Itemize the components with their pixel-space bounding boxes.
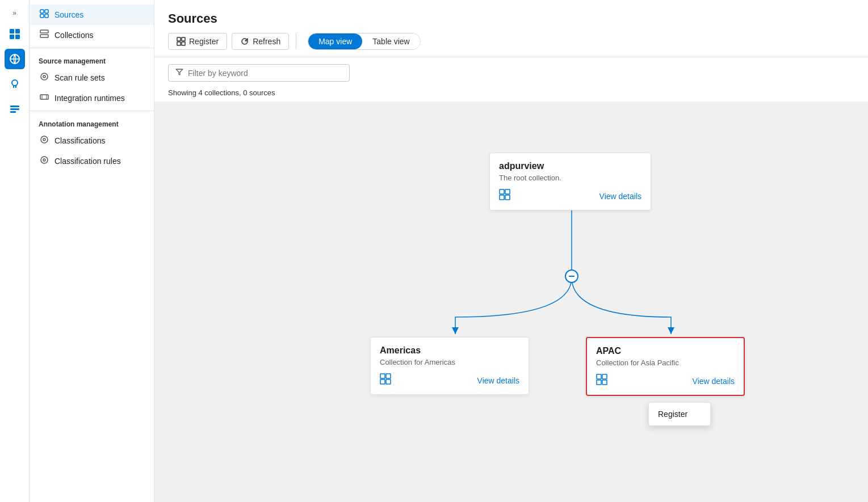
svg-point-16 [43, 75, 45, 78]
refresh-icon [240, 37, 249, 46]
classification-rules-icon [39, 155, 50, 167]
svg-marker-29 [452, 327, 459, 334]
svg-rect-1 [15, 29, 20, 33]
americas-collection-card: Americas Collection for Americas View de… [370, 337, 529, 395]
svg-rect-45 [602, 380, 607, 385]
svg-rect-25 [182, 37, 185, 41]
svg-rect-38 [380, 379, 385, 384]
sidebar-item-integration-runtimes[interactable]: Integration runtimes [30, 88, 154, 108]
register-button[interactable]: Register [168, 33, 227, 50]
map-area[interactable]: adpurview The root collection. View deta… [154, 102, 868, 502]
svg-point-22 [41, 157, 48, 163]
svg-marker-30 [668, 327, 674, 334]
svg-rect-13 [40, 30, 48, 33]
apac-collection-card: APAC Collection for Asia Pacific View de… [586, 337, 745, 396]
svg-point-20 [41, 136, 48, 143]
register-icon [177, 37, 186, 46]
classifications-icon [39, 135, 50, 146]
integration-runtimes-icon [39, 92, 50, 104]
main-content: Sources Register Refresh Map view Table … [154, 0, 868, 502]
root-card-desc: The root collection. [499, 174, 641, 182]
filter-icon [175, 68, 183, 78]
root-card-title: adpurview [499, 161, 641, 171]
svg-rect-34 [505, 195, 510, 200]
root-card-footer: View details [499, 189, 641, 203]
filter-bar [154, 57, 868, 86]
sidebar-item-classification-rules[interactable]: Classification rules [30, 151, 154, 171]
filter-input[interactable] [188, 69, 342, 78]
svg-rect-8 [10, 111, 16, 113]
management-nav-icon[interactable] [5, 99, 25, 119]
svg-rect-14 [40, 35, 48, 37]
sidebar-item-classifications[interactable]: Classifications [30, 130, 154, 151]
svg-point-15 [41, 73, 48, 80]
map-view-button[interactable]: Map view [308, 33, 362, 49]
refresh-button[interactable]: Refresh [232, 33, 289, 50]
svg-rect-10 [45, 10, 48, 13]
insights-nav-icon[interactable] [5, 74, 25, 94]
svg-rect-2 [10, 35, 14, 39]
root-view-details-link[interactable]: View details [599, 192, 641, 201]
svg-rect-3 [15, 35, 20, 39]
svg-rect-36 [380, 374, 385, 378]
americas-card-desc: Collection for Americas [380, 358, 519, 366]
svg-rect-9 [40, 10, 44, 13]
table-view-button[interactable]: Table view [362, 33, 420, 49]
scan-rule-sets-icon [39, 72, 50, 83]
svg-rect-6 [10, 106, 19, 107]
view-toggle: Map view Table view [308, 33, 421, 50]
page-header: Sources Register Refresh Map view Table … [154, 0, 868, 57]
catalog-nav-icon[interactable] [5, 24, 25, 44]
svg-rect-11 [40, 14, 44, 18]
sidebar-divider-2 [30, 111, 154, 111]
svg-rect-43 [602, 374, 607, 379]
collapse-button[interactable] [565, 269, 578, 283]
sidebar-item-scan-rule-sets[interactable]: Scan rule sets [30, 68, 154, 88]
svg-point-21 [43, 138, 45, 141]
sidebar-scan-rule-sets-label: Scan rule sets [54, 73, 105, 82]
americas-view-details-link[interactable]: View details [477, 376, 519, 385]
americas-card-title: Americas [380, 345, 519, 356]
sidebar-sources-label: Sources [54, 10, 83, 19]
apac-view-details-link[interactable]: View details [693, 377, 735, 386]
americas-grid-icon[interactable] [380, 373, 391, 387]
svg-rect-27 [182, 42, 185, 45]
source-management-section: Source management [30, 50, 154, 68]
sidebar-item-sources[interactable]: Sources [30, 5, 154, 25]
sidebar-classifications-label: Classifications [54, 136, 105, 145]
sidebar-classification-rules-label: Classification rules [54, 157, 121, 166]
svg-rect-42 [597, 374, 601, 379]
root-collection-card: adpurview The root collection. View deta… [489, 153, 651, 210]
sidebar: Sources Collections Source management Sc… [30, 0, 154, 502]
showing-text: Showing 4 collections, 0 sources [154, 86, 868, 102]
filter-input-wrapper [168, 64, 350, 82]
sidebar-item-collections[interactable]: Collections [30, 25, 154, 45]
svg-rect-24 [177, 37, 181, 41]
context-menu-register[interactable]: Register [649, 405, 710, 423]
toolbar: Register Refresh Map view Table view [168, 33, 854, 50]
sidebar-divider-1 [30, 48, 154, 48]
sidebar-integration-runtimes-label: Integration runtimes [54, 94, 125, 103]
svg-rect-33 [500, 195, 504, 200]
svg-rect-26 [177, 42, 181, 45]
sources-icon [39, 9, 50, 20]
sidebar-collections-label: Collections [54, 31, 93, 40]
svg-rect-12 [45, 14, 48, 18]
apac-card-desc: Collection for Asia Pacific [596, 358, 735, 367]
svg-rect-32 [505, 189, 510, 194]
data-map-nav-icon[interactable] [5, 49, 25, 69]
svg-point-23 [43, 159, 45, 161]
annotation-management-section: Annotation management [30, 113, 154, 130]
svg-point-5 [12, 80, 18, 86]
svg-rect-17 [40, 95, 48, 99]
apac-card-title: APAC [596, 346, 735, 356]
apac-grid-icon[interactable] [596, 374, 607, 388]
svg-rect-31 [500, 189, 504, 194]
collapse-sidebar-button[interactable]: » [10, 7, 19, 19]
apac-card-footer: View details [596, 374, 735, 388]
root-grid-icon[interactable] [499, 189, 510, 203]
svg-rect-37 [386, 374, 391, 378]
svg-rect-39 [386, 379, 391, 384]
collections-icon [39, 29, 50, 41]
svg-rect-0 [10, 29, 14, 33]
